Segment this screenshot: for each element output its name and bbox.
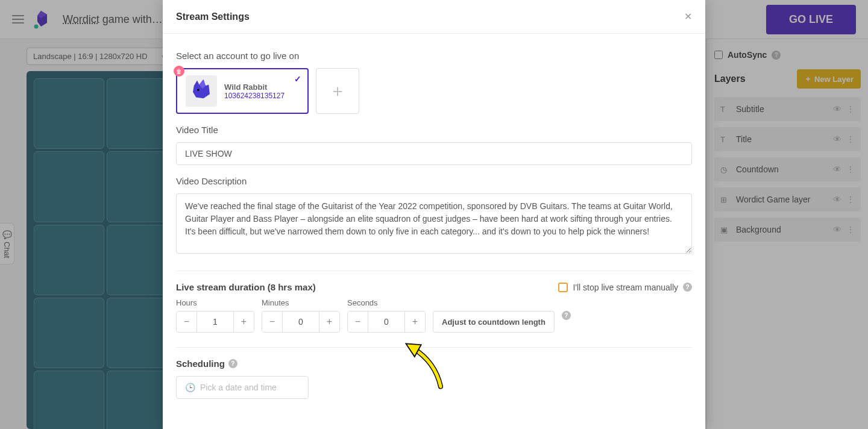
stream-settings-modal: Stream Settings ✕ Select an account to g… [163, 0, 705, 429]
manual-stop-label: I'll stop live stream manually [573, 283, 678, 292]
video-title-input[interactable] [176, 142, 692, 165]
hours-stepper: − + [176, 311, 254, 333]
trash-icon: 🗑 [176, 68, 182, 75]
video-title-label: Video Title [176, 125, 692, 135]
clock-icon: 🕒 [185, 383, 195, 392]
account-avatar [186, 75, 217, 107]
svg-point-5 [197, 89, 200, 92]
video-desc-textarea[interactable]: We've reached the final stage of the Gui… [176, 193, 692, 254]
check-icon: ✓ [294, 74, 301, 84]
hours-input[interactable] [197, 312, 233, 332]
video-desc-label: Video Description [176, 176, 692, 186]
minutes-label: Minutes [262, 298, 340, 307]
account-name: Wild Rabbit [224, 83, 285, 92]
scheduling-label: Scheduling [176, 359, 225, 369]
duration-label: Live stream duration (8 hrs max) [176, 282, 316, 292]
minutes-stepper: − + [262, 311, 340, 333]
minutes-input[interactable] [283, 312, 319, 332]
help-icon[interactable]: ? [562, 311, 571, 320]
modal-title: Stream Settings [176, 11, 250, 22]
close-button[interactable]: ✕ [684, 11, 692, 22]
date-picker[interactable]: 🕒 Pick a date and time [176, 376, 309, 399]
hours-label: Hours [176, 298, 254, 307]
select-account-label: Select an account to go live on [176, 51, 692, 61]
add-account-button[interactable]: ＋ [316, 68, 359, 114]
hours-increment[interactable]: + [233, 312, 254, 332]
date-placeholder: Pick a date and time [200, 383, 277, 392]
delete-account-button[interactable]: 🗑 [174, 66, 184, 77]
help-icon[interactable]: ? [683, 283, 692, 292]
account-id: 103624238135127 [224, 92, 285, 100]
help-icon[interactable]: ? [228, 359, 237, 368]
adjust-countdown-button[interactable]: Adjust to countdown length [433, 311, 555, 333]
seconds-stepper: − + [347, 311, 426, 333]
plus-icon: ＋ [329, 80, 346, 102]
manual-stop-checkbox[interactable] [558, 283, 568, 292]
seconds-label: Seconds [347, 298, 426, 307]
seconds-decrement[interactable]: − [348, 312, 368, 332]
minutes-decrement[interactable]: − [262, 312, 283, 332]
seconds-increment[interactable]: + [404, 312, 425, 332]
close-icon: ✕ [684, 11, 692, 22]
account-card[interactable]: 🗑 ✓ Wild Rabbit 103624238135127 [176, 68, 309, 114]
seconds-input[interactable] [368, 312, 404, 332]
hours-decrement[interactable]: − [177, 312, 197, 332]
minutes-increment[interactable]: + [319, 312, 339, 332]
